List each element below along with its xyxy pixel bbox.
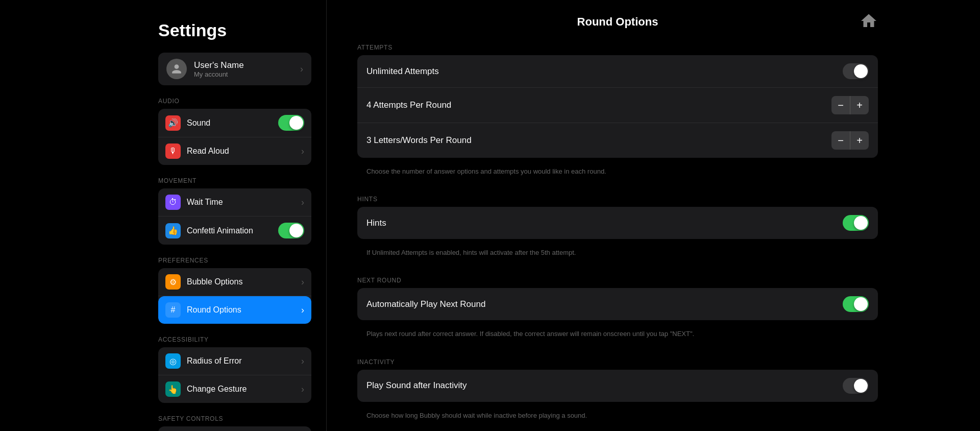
unlimited-attempts-toggle[interactable] xyxy=(843,63,869,79)
left-panel: Settings User's Name My account › AUDIO … xyxy=(0,0,327,431)
auto-play-next-row[interactable]: Automatically Play Next Round xyxy=(357,288,878,320)
wait-time-chevron: › xyxy=(301,197,304,208)
read-aloud-icon: 🎙 xyxy=(165,143,181,159)
wait-time-label: Wait Time xyxy=(187,198,297,207)
section-attempts: ATTEMPTS Unlimited Attempts 4 Attempts P… xyxy=(357,44,878,183)
bubble-options-label: Bubble Options xyxy=(187,277,297,286)
sidebar-item-settings-access[interactable]: 🔒 Settings/Account Access › xyxy=(158,426,311,431)
next-round-hint: Plays next round after correct answer. I… xyxy=(357,324,878,346)
right-header: Round Options xyxy=(357,15,878,29)
sidebar-item-bubble-options[interactable]: ⚙ Bubble Options › xyxy=(158,268,311,296)
section-label-preferences: PREFERENCES xyxy=(158,257,326,264)
account-sub: My account xyxy=(194,70,296,78)
next-round-group: Automatically Play Next Round xyxy=(357,288,878,320)
change-gesture-icon: 👆 xyxy=(165,381,181,397)
unlimited-attempts-label: Unlimited Attempts xyxy=(366,66,843,77)
bubble-options-icon: ⚙ xyxy=(165,274,181,290)
settings-group-accessibility: ◎ Radius of Error › 👆 Change Gesture › xyxy=(158,347,311,403)
sidebar-item-round-options[interactable]: # Round Options › xyxy=(158,296,311,324)
sidebar-item-change-gesture[interactable]: 👆 Change Gesture › xyxy=(158,375,311,403)
section-inactivity: INACTIVITY Play Sound after Inactivity C… xyxy=(357,358,878,427)
inactivity-hint: Choose how long Bubbly should wait while… xyxy=(357,406,878,427)
section-label-attempts: ATTEMPTS xyxy=(357,44,878,51)
letters-decrease-button[interactable]: − xyxy=(831,131,850,150)
hints-group: Hints xyxy=(357,207,878,239)
sidebar-item-read-aloud[interactable]: 🎙 Read Aloud › xyxy=(158,137,311,165)
avatar xyxy=(166,59,187,79)
hints-row[interactable]: Hints xyxy=(357,207,878,239)
confetti-toggle[interactable] xyxy=(278,223,304,238)
settings-group-safety: 🔒 Settings/Account Access › xyxy=(158,426,311,431)
change-gesture-chevron: › xyxy=(301,384,304,395)
account-name: User's Name xyxy=(194,60,296,70)
read-aloud-chevron: › xyxy=(301,146,304,157)
attempts-decrease-button[interactable]: − xyxy=(831,96,850,114)
round-options-label: Round Options xyxy=(187,305,297,315)
sound-label: Sound xyxy=(187,118,278,128)
attempts-per-round-row[interactable]: 4 Attempts Per Round − + xyxy=(357,88,878,123)
account-info: User's Name My account xyxy=(194,60,296,78)
settings-group-movement: ⏱ Wait Time › 👍 Confetti Animation xyxy=(158,188,311,245)
section-label-accessibility: ACCESSIBILITY xyxy=(158,336,326,343)
section-label-hints: HINTS xyxy=(357,196,878,203)
bubble-options-chevron: › xyxy=(301,277,304,288)
change-gesture-label: Change Gesture xyxy=(187,385,297,394)
attempts-group: Unlimited Attempts 4 Attempts Per Round … xyxy=(357,55,878,158)
radius-of-error-icon: ◎ xyxy=(165,353,181,369)
inactivity-group: Play Sound after Inactivity xyxy=(357,370,878,402)
hints-toggle[interactable] xyxy=(843,215,869,231)
page-title: Round Options xyxy=(577,15,658,29)
hints-hint: If Unlimited Attempts is enabled, hints … xyxy=(357,243,878,265)
letters-stepper[interactable]: − + xyxy=(831,131,869,150)
auto-play-next-label: Automatically Play Next Round xyxy=(366,299,843,309)
attempts-increase-button[interactable]: + xyxy=(850,96,869,114)
play-sound-inactivity-row[interactable]: Play Sound after Inactivity xyxy=(357,370,878,402)
account-row[interactable]: User's Name My account › xyxy=(158,53,311,85)
sound-toggle[interactable] xyxy=(278,115,304,131)
sidebar-item-sound[interactable]: 🔊 Sound xyxy=(158,109,311,137)
section-label-movement: MOVEMENT xyxy=(158,177,326,184)
round-options-chevron: › xyxy=(301,305,304,316)
unlimited-attempts-row[interactable]: Unlimited Attempts xyxy=(357,55,878,88)
settings-group-audio: 🔊 Sound 🎙 Read Aloud › xyxy=(158,109,311,165)
section-label-safety: SAFETY CONTROLS xyxy=(158,415,326,422)
section-label-inactivity: INACTIVITY xyxy=(357,358,878,366)
sidebar-item-wait-time[interactable]: ⏱ Wait Time › xyxy=(158,188,311,217)
radius-of-error-chevron: › xyxy=(301,356,304,367)
attempts-per-round-label: 4 Attempts Per Round xyxy=(366,100,831,110)
auto-play-next-toggle[interactable] xyxy=(843,296,869,312)
hints-label: Hints xyxy=(366,218,843,228)
confetti-icon: 👍 xyxy=(165,223,181,238)
letters-per-round-label: 3 Letters/Words Per Round xyxy=(366,135,831,146)
radius-of-error-label: Radius of Error xyxy=(187,356,297,366)
section-next-round: NEXT ROUND Automatically Play Next Round… xyxy=(357,277,878,346)
play-sound-inactivity-label: Play Sound after Inactivity xyxy=(366,380,843,391)
section-hints: HINTS Hints If Unlimited Attempts is ena… xyxy=(357,196,878,265)
confetti-label: Confetti Animation xyxy=(187,226,278,235)
section-label-audio: AUDIO xyxy=(158,98,326,105)
right-panel: Round Options ATTEMPTS Unlimited Attempt… xyxy=(327,0,980,431)
settings-title: Settings xyxy=(158,20,326,40)
attempts-hint: Choose the number of answer options and … xyxy=(357,162,878,183)
section-label-next-round: NEXT ROUND xyxy=(357,277,878,284)
attempts-stepper[interactable]: − + xyxy=(831,96,869,114)
read-aloud-label: Read Aloud xyxy=(187,147,297,156)
play-sound-inactivity-toggle[interactable] xyxy=(843,378,869,394)
wait-time-icon: ⏱ xyxy=(165,195,181,210)
letters-per-round-row[interactable]: 3 Letters/Words Per Round − + xyxy=(357,123,878,158)
settings-group-preferences: ⚙ Bubble Options › # Round Options › xyxy=(158,268,311,324)
round-options-icon: # xyxy=(165,302,181,318)
letters-increase-button[interactable]: + xyxy=(850,131,869,150)
account-chevron: › xyxy=(300,64,303,75)
sidebar-item-radius-of-error[interactable]: ◎ Radius of Error › xyxy=(158,347,311,375)
sidebar-item-confetti[interactable]: 👍 Confetti Animation xyxy=(158,217,311,245)
sound-icon: 🔊 xyxy=(165,115,181,131)
home-icon[interactable] xyxy=(860,12,878,32)
